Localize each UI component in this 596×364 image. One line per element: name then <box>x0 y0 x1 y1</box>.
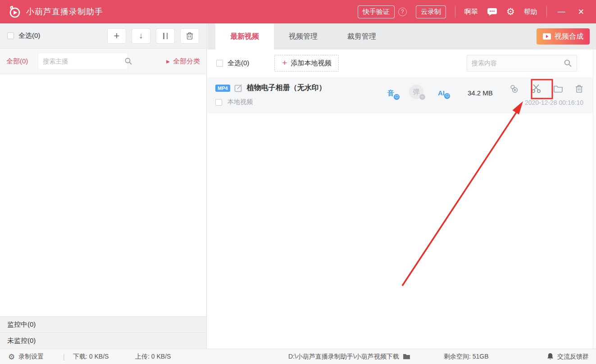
download-arrow-icon: ↓ <box>139 31 143 40</box>
video-row[interactable]: MP4 植物电子相册（无水印） 本地视频 音 ☺ 弹 − <box>207 77 596 113</box>
message-icon[interactable] <box>487 8 497 16</box>
titlebar-divider <box>455 6 455 18</box>
settings-gear-icon[interactable]: ⚙ <box>506 7 515 17</box>
triangle-icon: ▶ <box>166 59 170 64</box>
cloud-record-button[interactable]: 云录制 <box>416 5 446 18</box>
close-button[interactable]: ✕ <box>576 7 586 17</box>
select-all-label: 全选(0) <box>18 31 40 40</box>
video-toolbar: 全选(0) + 添加本地视频 <box>207 49 596 76</box>
kuaishou-verify-button[interactable]: 快手验证 <box>358 5 395 18</box>
streamer-search-box <box>38 53 128 70</box>
category-filter[interactable]: ▶ 全部分类 <box>166 57 200 66</box>
search-icon[interactable] <box>564 59 572 67</box>
video-size: 34.2 MB <box>468 89 493 97</box>
open-folder-icon[interactable] <box>553 85 563 93</box>
titlebar: 小葫芦直播录制助手 快手验证 ? 云录制 啊翠 ⚙ 帮助 — ✕ <box>0 0 596 23</box>
video-checkbox[interactable] <box>215 99 222 106</box>
bell-icon <box>547 353 554 360</box>
add-streamer-button[interactable]: + <box>107 28 126 44</box>
video-select-all-checkbox[interactable] <box>216 60 223 67</box>
app-title: 小葫芦直播录制助手 <box>26 6 103 17</box>
category-filter-label: 全部分类 <box>173 57 200 66</box>
video-compose-button[interactable]: 视频合成 <box>537 28 590 45</box>
format-badge: MP4 <box>215 85 230 92</box>
gear-icon: ⚙ <box>8 352 15 361</box>
help-link[interactable]: 帮助 <box>524 8 537 16</box>
add-local-video-label: 添加本地视频 <box>291 59 331 67</box>
tab-latest-videos[interactable]: 最新视频 <box>215 23 274 49</box>
help-question-icon[interactable]: ? <box>398 8 407 16</box>
not-monitoring-row[interactable]: 未监控(0) <box>0 333 206 349</box>
monitoring-row[interactable]: 监控中(0) <box>0 316 206 333</box>
edit-title-icon[interactable] <box>234 84 243 92</box>
delete-streamer-button[interactable] <box>180 28 199 44</box>
trash-icon <box>186 31 194 40</box>
video-date: 2020-12-28 00:16:10 <box>525 99 583 106</box>
download-button[interactable]: ↓ <box>132 28 150 44</box>
ai-badge[interactable]: AI ☺ <box>438 89 445 97</box>
video-tabs: 最新视频 视频管理 裁剪管理 视频合成 <box>207 23 596 49</box>
titlebar-divider <box>546 6 547 18</box>
danmu-badge-minus-icon: − <box>419 94 425 100</box>
free-space: 剩余空间: 51GB <box>444 349 489 364</box>
download-speed: 下载: 0 KB/S <box>73 349 109 364</box>
video-subtitle: 本地视频 <box>227 98 253 106</box>
folder-icon <box>403 354 410 360</box>
add-local-video-button[interactable]: + 添加本地视频 <box>274 55 339 72</box>
pause-icon <box>163 33 168 39</box>
pause-button[interactable] <box>156 28 175 44</box>
app-window: 小葫芦直播录制助手 快手验证 ? 云录制 啊翠 ⚙ 帮助 — ✕ <box>0 0 596 364</box>
video-title: 植物电子相册（无水印） <box>247 83 326 93</box>
video-compose-label: 视频合成 <box>555 32 583 41</box>
download-path[interactable]: D:\小葫芦直播录制助手\小葫芦视频下载 <box>288 349 410 364</box>
scissors-cut-icon[interactable] <box>531 84 541 94</box>
statusbar: ⚙ 录制设置 | 下载: 0 KB/S 上传: 0 KB/S D:\小葫芦直播录… <box>0 349 596 364</box>
streamer-sidebar: 全选(0) + ↓ <box>0 23 207 349</box>
username-label[interactable]: 啊翠 <box>464 8 478 16</box>
video-panel: 最新视频 视频管理 裁剪管理 视频合成 全选(0) + 添加本地视频 <box>207 23 596 349</box>
search-icon[interactable] <box>124 57 132 65</box>
feedback-group-link[interactable]: 交流反馈群 <box>547 349 589 364</box>
upload-speed: 上传: 0 KB/S <box>135 349 171 364</box>
select-all-checkbox[interactable] <box>7 32 14 39</box>
record-settings-label: 录制设置 <box>18 353 44 361</box>
delete-video-icon[interactable] <box>575 84 583 93</box>
streamer-search-input[interactable] <box>43 58 124 65</box>
statusbar-divider: | <box>63 349 65 364</box>
tab-video-management[interactable]: 视频管理 <box>274 23 332 49</box>
ai-badge-sub-icon: ☺ <box>444 93 450 99</box>
audio-badge-sub-icon: ☺ <box>394 94 400 100</box>
minimize-button[interactable]: — <box>556 7 567 16</box>
danmu-badge-disabled[interactable]: 弹 − <box>409 85 423 99</box>
sidebar-toolbar: 全选(0) + ↓ <box>0 23 206 49</box>
not-monitoring-label: 未监控(0) <box>7 337 36 345</box>
sidebar-filterbar: 全部(0) ▶ 全部分类 <box>0 49 206 74</box>
all-streamers-filter[interactable]: 全部(0) <box>6 57 28 66</box>
content-search-input[interactable] <box>472 59 564 67</box>
content-search-box <box>467 55 577 72</box>
record-settings-button[interactable]: ⚙ 录制设置 <box>8 349 44 364</box>
scrollbar-track[interactable] <box>593 49 596 349</box>
plus-icon: + <box>282 60 287 66</box>
hulu-upload-icon[interactable] <box>509 84 519 94</box>
video-play-icon <box>543 33 551 40</box>
tab-clip-management[interactable]: 裁剪管理 <box>332 23 391 49</box>
video-select-all-label: 全选(0) <box>227 59 249 67</box>
app-logo-icon <box>7 4 22 19</box>
monitoring-label: 监控中(0) <box>7 320 36 329</box>
plus-icon: + <box>114 32 120 40</box>
audio-badge[interactable]: 音 ☺ <box>387 89 394 98</box>
